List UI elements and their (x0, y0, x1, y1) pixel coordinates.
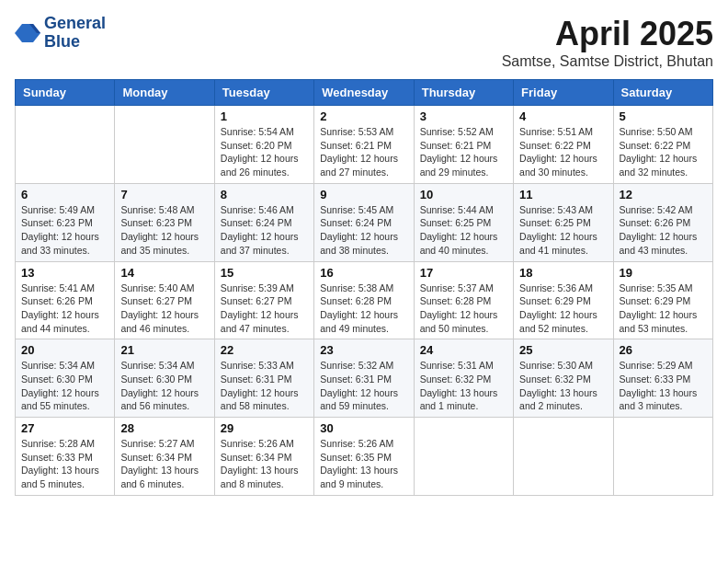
calendar-week-row: 13Sunrise: 5:41 AMSunset: 6:26 PMDayligh… (16, 261, 713, 339)
day-detail: Sunrise: 5:43 AMSunset: 6:25 PMDaylight:… (519, 203, 607, 258)
calendar-cell: 15Sunrise: 5:39 AMSunset: 6:27 PMDayligh… (214, 261, 313, 339)
day-number: 4 (519, 109, 607, 123)
calendar-cell: 30Sunrise: 5:26 AMSunset: 6:35 PMDayligh… (314, 418, 414, 496)
day-of-week-header: Tuesday (214, 80, 313, 106)
calendar-cell: 16Sunrise: 5:38 AMSunset: 6:28 PMDayligh… (314, 261, 414, 339)
day-number: 13 (21, 266, 108, 280)
day-number: 9 (320, 188, 407, 201)
day-detail: Sunrise: 5:35 AMSunset: 6:29 PMDaylight:… (620, 282, 707, 336)
logo: General Blue (15, 15, 106, 52)
title-block: April 2025 Samtse, Samtse District, Bhut… (502, 15, 713, 70)
subtitle: Samtse, Samtse District, Bhutan (502, 53, 713, 70)
day-number: 20 (21, 343, 108, 357)
calendar-cell: 7Sunrise: 5:48 AMSunset: 6:23 PMDaylight… (115, 183, 214, 261)
calendar-cell: 3Sunrise: 5:52 AMSunset: 6:21 PMDaylight… (414, 106, 513, 184)
day-detail: Sunrise: 5:34 AMSunset: 6:30 PMDaylight:… (21, 359, 108, 413)
calendar-cell (16, 106, 115, 184)
day-detail: Sunrise: 5:50 AMSunset: 6:22 PMDaylight:… (620, 125, 707, 179)
day-number: 3 (420, 109, 507, 123)
day-number: 1 (221, 109, 308, 123)
calendar-cell: 26Sunrise: 5:29 AMSunset: 6:33 PMDayligh… (613, 339, 712, 418)
day-number: 29 (221, 421, 308, 435)
day-number: 18 (519, 266, 607, 280)
calendar-week-row: 6Sunrise: 5:49 AMSunset: 6:23 PMDaylight… (16, 183, 713, 261)
calendar-header: SundayMondayTuesdayWednesdayThursdayFrid… (16, 80, 713, 106)
day-detail: Sunrise: 5:46 AMSunset: 6:24 PMDaylight:… (221, 203, 308, 258)
calendar-cell: 28Sunrise: 5:27 AMSunset: 6:34 PMDayligh… (115, 418, 214, 496)
day-detail: Sunrise: 5:31 AMSunset: 6:32 PMDaylight:… (420, 359, 507, 413)
logo-text: General Blue (44, 15, 106, 52)
day-number: 21 (120, 343, 208, 357)
day-number: 19 (620, 266, 707, 280)
day-number: 14 (120, 266, 208, 280)
day-detail: Sunrise: 5:45 AMSunset: 6:24 PMDaylight:… (320, 203, 407, 258)
day-of-week-header: Wednesday (314, 80, 414, 106)
calendar-cell: 21Sunrise: 5:34 AMSunset: 6:30 PMDayligh… (115, 339, 214, 418)
day-number: 16 (320, 266, 407, 280)
calendar-cell: 1Sunrise: 5:54 AMSunset: 6:20 PMDaylight… (214, 106, 313, 184)
day-detail: Sunrise: 5:54 AMSunset: 6:20 PMDaylight:… (221, 125, 308, 179)
calendar-cell: 12Sunrise: 5:42 AMSunset: 6:26 PMDayligh… (613, 183, 712, 261)
day-detail: Sunrise: 5:44 AMSunset: 6:25 PMDaylight:… (420, 203, 507, 258)
day-number: 23 (320, 343, 407, 357)
calendar-cell: 23Sunrise: 5:32 AMSunset: 6:31 PMDayligh… (314, 339, 414, 418)
calendar-cell: 29Sunrise: 5:26 AMSunset: 6:34 PMDayligh… (214, 418, 313, 496)
calendar-cell: 10Sunrise: 5:44 AMSunset: 6:25 PMDayligh… (414, 183, 513, 261)
calendar-cell: 8Sunrise: 5:46 AMSunset: 6:24 PMDaylight… (214, 183, 313, 261)
day-number: 24 (420, 343, 507, 357)
day-number: 15 (221, 266, 308, 280)
day-detail: Sunrise: 5:33 AMSunset: 6:31 PMDaylight:… (221, 359, 308, 413)
calendar-cell: 5Sunrise: 5:50 AMSunset: 6:22 PMDaylight… (613, 106, 712, 184)
day-number: 11 (519, 188, 607, 201)
calendar-cell: 25Sunrise: 5:30 AMSunset: 6:32 PMDayligh… (514, 339, 613, 418)
calendar-cell: 2Sunrise: 5:53 AMSunset: 6:21 PMDaylight… (314, 106, 414, 184)
day-number: 27 (21, 421, 108, 435)
calendar-cell: 14Sunrise: 5:40 AMSunset: 6:27 PMDayligh… (115, 261, 214, 339)
main-title: April 2025 (502, 15, 713, 53)
day-detail: Sunrise: 5:29 AMSunset: 6:33 PMDaylight:… (620, 359, 707, 413)
logo-icon (15, 20, 40, 46)
calendar-cell: 20Sunrise: 5:34 AMSunset: 6:30 PMDayligh… (16, 339, 115, 418)
calendar-table: SundayMondayTuesdayWednesdayThursdayFrid… (15, 79, 713, 496)
day-detail: Sunrise: 5:26 AMSunset: 6:34 PMDaylight:… (221, 437, 308, 491)
day-detail: Sunrise: 5:36 AMSunset: 6:29 PMDaylight:… (519, 282, 607, 336)
day-number: 10 (420, 188, 507, 201)
calendar-cell: 17Sunrise: 5:37 AMSunset: 6:28 PMDayligh… (414, 261, 513, 339)
day-detail: Sunrise: 5:40 AMSunset: 6:27 PMDaylight:… (120, 282, 208, 336)
calendar-cell (414, 418, 513, 496)
calendar-cell: 19Sunrise: 5:35 AMSunset: 6:29 PMDayligh… (613, 261, 712, 339)
day-detail: Sunrise: 5:30 AMSunset: 6:32 PMDaylight:… (519, 359, 607, 413)
page-header: General Blue April 2025 Samtse, Samtse D… (15, 15, 713, 70)
calendar-cell: 22Sunrise: 5:33 AMSunset: 6:31 PMDayligh… (214, 339, 313, 418)
calendar-cell: 27Sunrise: 5:28 AMSunset: 6:33 PMDayligh… (16, 418, 115, 496)
day-detail: Sunrise: 5:52 AMSunset: 6:21 PMDaylight:… (420, 125, 507, 179)
day-detail: Sunrise: 5:41 AMSunset: 6:26 PMDaylight:… (21, 282, 108, 336)
day-detail: Sunrise: 5:53 AMSunset: 6:21 PMDaylight:… (320, 125, 407, 179)
calendar-week-row: 1Sunrise: 5:54 AMSunset: 6:20 PMDaylight… (16, 106, 713, 184)
calendar-cell: 13Sunrise: 5:41 AMSunset: 6:26 PMDayligh… (16, 261, 115, 339)
calendar-cell: 4Sunrise: 5:51 AMSunset: 6:22 PMDaylight… (514, 106, 613, 184)
day-number: 26 (620, 343, 707, 357)
day-detail: Sunrise: 5:32 AMSunset: 6:31 PMDaylight:… (320, 359, 407, 413)
day-number: 28 (120, 421, 208, 435)
day-detail: Sunrise: 5:26 AMSunset: 6:35 PMDaylight:… (320, 437, 407, 491)
calendar-cell: 6Sunrise: 5:49 AMSunset: 6:23 PMDaylight… (16, 183, 115, 261)
day-detail: Sunrise: 5:38 AMSunset: 6:28 PMDaylight:… (320, 282, 407, 336)
calendar-week-row: 27Sunrise: 5:28 AMSunset: 6:33 PMDayligh… (16, 418, 713, 496)
day-detail: Sunrise: 5:42 AMSunset: 6:26 PMDaylight:… (620, 203, 707, 258)
day-of-week-header: Monday (115, 80, 214, 106)
day-number: 6 (21, 188, 108, 201)
day-detail: Sunrise: 5:34 AMSunset: 6:30 PMDaylight:… (120, 359, 208, 413)
day-detail: Sunrise: 5:51 AMSunset: 6:22 PMDaylight:… (519, 125, 607, 179)
day-of-week-header: Sunday (16, 80, 115, 106)
calendar-week-row: 20Sunrise: 5:34 AMSunset: 6:30 PMDayligh… (16, 339, 713, 418)
svg-marker-0 (15, 24, 40, 42)
calendar-cell: 18Sunrise: 5:36 AMSunset: 6:29 PMDayligh… (514, 261, 613, 339)
day-detail: Sunrise: 5:48 AMSunset: 6:23 PMDaylight:… (120, 203, 208, 258)
day-number: 12 (620, 188, 707, 201)
day-detail: Sunrise: 5:27 AMSunset: 6:34 PMDaylight:… (120, 437, 208, 491)
day-detail: Sunrise: 5:49 AMSunset: 6:23 PMDaylight:… (21, 203, 108, 258)
day-detail: Sunrise: 5:39 AMSunset: 6:27 PMDaylight:… (221, 282, 308, 336)
day-number: 30 (320, 421, 407, 435)
day-number: 5 (620, 109, 707, 123)
